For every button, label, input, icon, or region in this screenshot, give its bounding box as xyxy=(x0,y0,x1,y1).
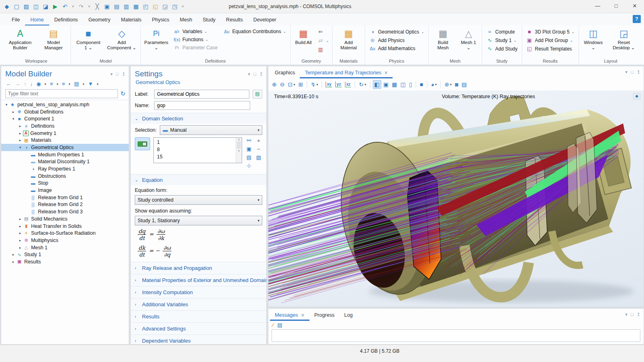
chevron-down-icon[interactable]: ▾ xyxy=(69,82,70,86)
tree-expander-icon[interactable]: ▸ xyxy=(10,260,16,264)
menu-tab-materials[interactable]: Materials xyxy=(116,15,147,25)
chevron-down-icon[interactable]: ▾ xyxy=(44,82,46,86)
add-study-button[interactable]: ∿Add Study xyxy=(484,44,520,53)
menu-tab-mesh[interactable]: Mesh xyxy=(175,15,198,25)
duplicate-icon[interactable]: ▥ xyxy=(123,3,130,10)
selection-list[interactable]: 1815 ▲▼ xyxy=(153,137,242,163)
move-down-icon[interactable]: ↓ xyxy=(30,81,33,87)
windows-button[interactable]: ◫Windows ⌄ xyxy=(581,26,606,51)
menu-tab-study[interactable]: Study xyxy=(197,15,221,25)
selection-list-scrollbar[interactable]: ▲▼ xyxy=(236,138,242,163)
panel-float-icon[interactable]: □ xyxy=(116,72,119,77)
print-button[interactable]: ▤ xyxy=(460,80,468,88)
tree-item-release-from-grid-3[interactable]: ▒Release from Grid 3 xyxy=(1,208,129,215)
tree-item-multiphysics[interactable]: ▸⊛Multiphysics xyxy=(1,237,129,244)
tree-expander-icon[interactable]: ▸ xyxy=(17,124,23,128)
tree-expander-icon[interactable]: ▸ xyxy=(17,224,23,228)
add-mathematics-button[interactable]: ΔuAdd Mathematics xyxy=(367,44,427,53)
menu-tab-physics[interactable]: Physics xyxy=(146,15,174,25)
copy-selection-icon[interactable]: ▣ xyxy=(245,146,253,152)
update-scene-button[interactable]: ⊛▾ xyxy=(443,80,453,88)
active-toggle-button[interactable] xyxy=(135,137,150,150)
tree-item-obstructions[interactable]: ▬Obstructions xyxy=(1,173,129,180)
tree-expander-icon[interactable]: ▸ xyxy=(17,231,23,235)
geom-delete-seq-button[interactable]: ▥ xyxy=(316,46,330,53)
study-1-button[interactable]: ∿Study 1⌄ xyxy=(484,36,520,44)
section-additional-variables[interactable]: ›Additional Variables xyxy=(131,298,266,310)
tree-item-solid-mechanics[interactable]: ▸▤Solid Mechanics xyxy=(1,215,129,223)
chevron-down-icon[interactable]: ▾ xyxy=(97,82,98,86)
result-templates-button[interactable]: ◱Result Templates xyxy=(524,44,577,53)
tree-item-ray-properties-1[interactable]: ◑Ray Properties 1 xyxy=(1,165,129,173)
panel-pin-icon[interactable]: ↥ xyxy=(259,72,263,77)
section-dependent-variables[interactable]: ›Dependent Variables xyxy=(131,335,266,344)
tree-expander-icon[interactable]: ▾ xyxy=(17,145,23,149)
section-material-properties-of-exterior-and-unmeshed-domains[interactable]: ›Material Properties of Exterior and Unm… xyxy=(131,274,266,286)
filter-input[interactable] xyxy=(5,89,118,98)
zoom-out-button[interactable]: ⊖ xyxy=(279,80,286,88)
tree-expander-icon[interactable]: ▾ xyxy=(10,117,16,121)
nav-back-icon[interactable]: ← xyxy=(6,81,11,87)
paste-icon[interactable]: ▤ xyxy=(113,3,120,10)
tree-item-release-from-grid-2[interactable]: ▒Release from Grid 2 xyxy=(1,201,129,208)
show-axes-button[interactable]: ◫ xyxy=(399,80,407,88)
selection-dropdown[interactable]: ▬ Manual ▾ xyxy=(160,125,262,135)
panel-menu-icon[interactable]: ▾ xyxy=(248,72,251,77)
tree-item-results[interactable]: ▸▣Results xyxy=(1,258,129,265)
parameters-button[interactable]: PiParameters ⌄ xyxy=(142,26,170,51)
tree-expander-icon[interactable]: ▸ xyxy=(10,253,16,257)
section-domain-selection[interactable]: ⌄ Domain Selection xyxy=(131,113,266,124)
messages-tab-log[interactable]: Log xyxy=(339,310,358,321)
messages-tab-progress[interactable]: Progress xyxy=(309,310,339,321)
tree-item-image[interactable]: ▬Image xyxy=(1,187,129,194)
label-field[interactable] xyxy=(154,90,249,99)
panel-pin-icon[interactable]: ↥ xyxy=(637,69,640,75)
tree-item-medium-properties-1[interactable]: ▬Medium Properties 1 xyxy=(1,151,129,158)
view-yz-button[interactable]: yz xyxy=(334,81,343,88)
view-xz-button[interactable]: xz xyxy=(344,81,353,88)
tree-expander-icon[interactable]: ▸ xyxy=(17,131,23,135)
paint-selection-icon[interactable]: ▨ xyxy=(255,154,262,161)
mesh-1-button[interactable]: △Mesh 1 ⌄ xyxy=(457,26,480,51)
model-manager-button[interactable]: ▤Model Manager xyxy=(38,26,69,51)
save-icon[interactable]: ◫ xyxy=(32,3,40,10)
add-to-selection-icon[interactable]: + xyxy=(255,137,262,144)
filter-funnel-icon[interactable]: ▼ xyxy=(88,81,93,87)
tree-item-mesh-1[interactable]: ▸△Mesh 1 xyxy=(1,244,129,251)
close-button[interactable]: ✕ xyxy=(625,0,644,13)
panel-menu-icon[interactable]: ▾ xyxy=(625,312,628,317)
tree-item-surface-to-surface-radiation[interactable]: ▸☀Surface-to-Surface Radiation xyxy=(1,229,129,237)
section-results[interactable]: ›Results xyxy=(131,310,266,322)
create-selection-icon[interactable]: ⚯ xyxy=(245,137,253,144)
node-grouping-icon[interactable]: ▤ xyxy=(74,81,79,87)
color-legend-button[interactable]: ▯ xyxy=(408,80,413,88)
name-field[interactable] xyxy=(154,101,250,110)
add-component-button[interactable]: ◇Add Component ⌄ xyxy=(105,26,139,51)
panel-pin-icon[interactable]: ↥ xyxy=(122,72,125,77)
zoom-selected-icon[interactable]: ◲ xyxy=(161,3,169,10)
find-icon[interactable]: ◳ xyxy=(171,3,178,10)
clear-messages-icon[interactable]: ∕ xyxy=(272,322,273,328)
compute-button[interactable]: =Compute xyxy=(484,27,520,36)
close-tab-icon[interactable]: ✕ xyxy=(301,313,304,318)
selection-list-entry[interactable]: 15 xyxy=(154,153,236,160)
run-icon[interactable]: ▶ xyxy=(52,3,59,10)
panel-float-icon[interactable]: □ xyxy=(253,72,256,77)
tree-item-component-1[interactable]: ▾■Component 1 xyxy=(1,115,129,122)
tree-item-stop[interactable]: ▬Stop xyxy=(1,180,129,187)
add-plot-group-button[interactable]: ▣Add Plot Group⌄ xyxy=(524,36,577,44)
transparency-button[interactable]: ◧ xyxy=(373,80,381,89)
menu-tab-home[interactable]: Home xyxy=(25,15,49,25)
menu-tab-results[interactable]: Results xyxy=(221,15,248,25)
maximize-button[interactable]: □ xyxy=(607,0,625,13)
redo-caret-icon[interactable]: ˅ xyxy=(87,4,91,8)
tree-expander-icon[interactable]: ▸ xyxy=(17,217,23,221)
plot-thumbnail-icon[interactable]: ◆ xyxy=(633,93,640,99)
copy-table-icon[interactable]: ▤ xyxy=(277,322,282,328)
build-all-button[interactable]: ▦Build All xyxy=(292,26,315,46)
build-mesh-button[interactable]: ▦Build Mesh xyxy=(430,26,456,51)
parameter-case-button[interactable]: PiParameter Case xyxy=(171,44,220,52)
graphics-canvas[interactable]: Time=8.3391E-10 s Volume: Temperature (K… xyxy=(268,90,644,307)
3d-plot-group-5-button[interactable]: ■3D Plot Group 5⌄ xyxy=(524,27,577,36)
tree-expander-icon[interactable]: ▸ xyxy=(17,246,23,250)
